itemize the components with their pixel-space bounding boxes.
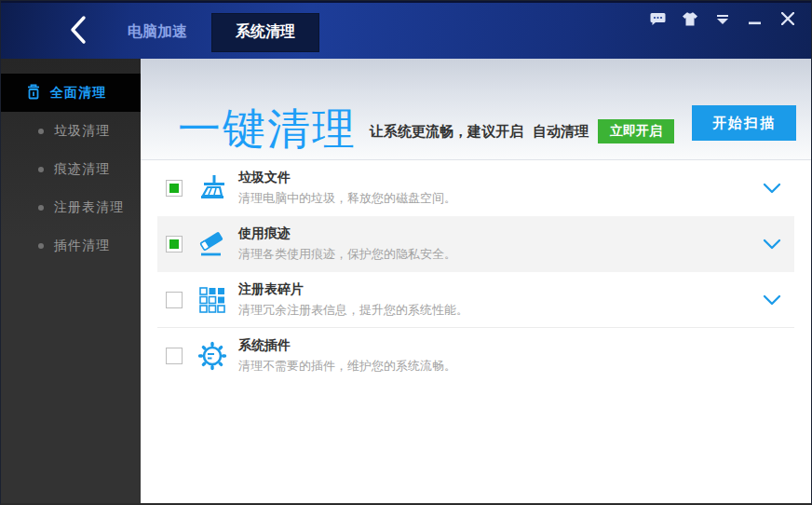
sidebar-item-label: 全面清理 — [50, 85, 106, 102]
sidebar-item-junk-clean[interactable]: 垃圾清理 — [1, 112, 141, 150]
minimize-button[interactable] — [743, 10, 767, 31]
row-description: 清理电脑中的垃圾，释放您的磁盘空间。 — [238, 190, 456, 207]
sidebar-item-label: 注册表清理 — [54, 199, 124, 216]
window-controls — [645, 10, 800, 31]
sidebar-item-label: 插件清理 — [54, 238, 110, 254]
bullet-icon — [38, 205, 44, 211]
registry-grid-icon — [197, 285, 227, 315]
row-junk-files[interactable]: 垃圾文件 清理电脑中的垃圾，释放您的磁盘空间。 — [157, 160, 794, 216]
row-description: 清理不需要的插件，维护您的系统流畅。 — [238, 358, 456, 375]
titlebar: 电脑加速 系统清理 — [1, 1, 811, 59]
checkbox-check-fill — [169, 239, 179, 249]
broom-icon — [197, 173, 227, 203]
row-description: 清理各类使用痕迹，保护您的隐私安全。 — [238, 246, 456, 263]
trash-icon — [26, 84, 41, 102]
expand-chevron-down-icon[interactable] — [761, 293, 783, 307]
cleanup-category-list: 垃圾文件 清理电脑中的垃圾，释放您的磁盘空间。 — [157, 160, 794, 384]
chevron-left-icon — [69, 15, 88, 48]
dropdown-triangle-icon — [716, 12, 729, 29]
eraser-icon — [197, 229, 227, 259]
row-system-plugins[interactable]: 系统插件 清理不需要的插件，维护您的系统流畅。 — [157, 328, 794, 384]
sidebar-item-plugin-clean[interactable]: 插件清理 — [1, 226, 141, 265]
bullet-icon — [38, 167, 44, 172]
sidebar-item-full-clean[interactable]: 全面清理 — [1, 74, 141, 112]
hero-subtitle-highlight: 自动清理 — [533, 123, 589, 141]
main-panel: 一键清理 让系统更流畅，建议开启 自动清理 立即开启 开始扫描 — [141, 59, 811, 503]
usage-traces-checkbox[interactable] — [166, 236, 183, 252]
row-title: 系统插件 — [238, 337, 456, 354]
minimize-icon — [749, 12, 762, 29]
row-title: 使用痕迹 — [238, 225, 456, 242]
back-button[interactable] — [64, 14, 92, 49]
tab-pc-speedup[interactable]: 电脑加速 — [103, 13, 211, 52]
sidebar-item-label: 痕迹清理 — [54, 161, 110, 178]
sidebar-item-label: 垃圾清理 — [54, 123, 110, 140]
sidebar-item-trace-clean[interactable]: 痕迹清理 — [1, 150, 141, 188]
system-plugins-checkbox[interactable] — [166, 348, 183, 364]
feedback-bubble-icon — [650, 12, 666, 30]
main-menu-button[interactable] — [710, 10, 735, 31]
registry-fragments-checkbox[interactable] — [166, 292, 183, 308]
row-title: 注册表碎片 — [238, 281, 468, 298]
bullet-icon — [38, 129, 44, 134]
expand-chevron-down-icon[interactable] — [761, 237, 783, 252]
expand-chevron-down-icon[interactable] — [761, 181, 783, 196]
hero-subtitle: 让系统更流畅，建议开启 — [370, 123, 523, 141]
plugin-gear-icon — [197, 341, 227, 371]
page-title: 一键清理 — [178, 107, 357, 150]
close-button[interactable] — [776, 10, 800, 31]
bullet-icon — [38, 243, 44, 249]
skin-button[interactable] — [678, 10, 702, 31]
start-scan-button[interactable]: 开始扫描 — [692, 105, 796, 141]
titlebar-tabs: 电脑加速 系统清理 — [103, 3, 319, 61]
close-icon — [781, 12, 794, 29]
checkbox-check-fill — [169, 184, 179, 193]
row-registry-fragments[interactable]: 注册表碎片 清理冗余注册表信息，提升您的系统性能。 — [157, 272, 794, 328]
row-description: 清理冗余注册表信息，提升您的系统性能。 — [238, 302, 468, 319]
app-window: 电脑加速 系统清理 — [0, 0, 812, 505]
hero-header: 一键清理 让系统更流畅，建议开启 自动清理 立即开启 开始扫描 — [141, 59, 811, 160]
tab-system-clean[interactable]: 系统清理 — [211, 13, 319, 52]
feedback-button[interactable] — [645, 10, 670, 31]
sidebar-list: 全面清理 垃圾清理 痕迹清理 注册表清理 插件清理 — [1, 59, 141, 265]
sidebar-item-registry-clean[interactable]: 注册表清理 — [1, 188, 141, 226]
row-title: 垃圾文件 — [238, 170, 456, 186]
enable-now-button[interactable]: 立即开启 — [598, 119, 674, 143]
junk-files-checkbox[interactable] — [166, 180, 183, 197]
sidebar: 全面清理 垃圾清理 痕迹清理 注册表清理 插件清理 — [1, 59, 141, 503]
shirt-icon — [682, 12, 698, 30]
row-usage-traces[interactable]: 使用痕迹 清理各类使用痕迹，保护您的隐私安全。 — [157, 216, 794, 272]
